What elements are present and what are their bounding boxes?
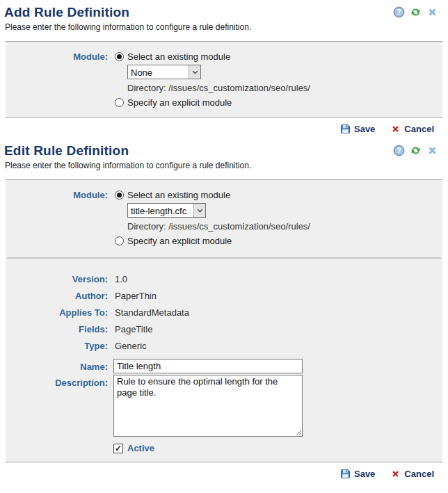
active-option[interactable]: Active (111, 443, 154, 453)
page-subtitle: Please enter the following information t… (5, 22, 442, 32)
description-label: Description: (6, 375, 111, 389)
save-label: Save (354, 469, 375, 479)
save-button[interactable]: Save (340, 124, 375, 134)
specify-explicit-module-option[interactable]: Specify an explicit module (115, 97, 310, 108)
cancel-label: Cancel (404, 124, 434, 134)
page-title: Edit Rule Definition (4, 143, 442, 159)
close-icon[interactable] (426, 145, 438, 156)
specify-explicit-radio[interactable] (115, 236, 124, 245)
directory-text: Directory: /issues/cs_customization/seo/… (127, 81, 310, 94)
active-label: Active (127, 443, 154, 453)
help-icon[interactable] (393, 145, 405, 156)
detail-label: Author: (6, 290, 111, 302)
save-label: Save (354, 124, 375, 134)
description-row: Description: Rule to ensure the optimal … (6, 375, 442, 437)
edit-section-header: Edit Rule Definition Please enter the fo… (0, 138, 448, 170)
detail-value: PageTitle (111, 323, 152, 335)
detail-value: Generic (111, 340, 147, 352)
page-subtitle: Please enter the following information t… (5, 161, 442, 170)
add-section-header: Add Rule Definition Please enter the fol… (0, 0, 448, 32)
cancel-x-icon (390, 469, 401, 479)
add-module-panel: Module: Select an existing module None D… (6, 41, 442, 118)
detail-value: PaperThin (111, 290, 157, 302)
active-checkbox[interactable] (113, 444, 123, 453)
chevron-down-icon[interactable] (189, 65, 200, 79)
module-dropdown[interactable]: None (127, 65, 201, 79)
select-existing-radio[interactable] (115, 191, 124, 200)
help-icon[interactable] (393, 6, 405, 18)
edit-form-panel: Module: Select an existing module title-… (6, 179, 442, 462)
module-dropdown-value: title-length.cfc (128, 204, 193, 217)
cancel-x-icon (390, 124, 401, 134)
save-icon (340, 469, 351, 479)
cancel-label: Cancel (404, 469, 434, 479)
select-existing-label: Select an existing module (127, 51, 230, 63)
detail-value: StandardMetadata (111, 307, 189, 318)
module-label: Module: (6, 51, 111, 63)
select-existing-module-option[interactable]: Select an existing module (115, 189, 310, 201)
close-icon[interactable] (426, 6, 438, 18)
module-options: Select an existing module None Directory… (111, 51, 310, 108)
edit-module-row: Module: Select an existing module title-… (6, 189, 442, 247)
save-icon (340, 124, 351, 134)
module-dropdown-value: None (128, 65, 189, 79)
select-existing-radio[interactable] (115, 52, 124, 61)
add-actions: Save Cancel (0, 118, 448, 137)
detail-row-author: Author: PaperThin (6, 290, 442, 302)
specify-explicit-radio[interactable] (115, 98, 124, 107)
add-rule-section: Add Rule Definition Please enter the fol… (0, 0, 448, 137)
detail-value: 1.0 (111, 273, 127, 285)
detail-label: Version: (6, 273, 111, 285)
add-header-icons (393, 6, 438, 18)
name-label: Name: (6, 359, 111, 373)
specify-explicit-module-option[interactable]: Specify an explicit module (115, 235, 310, 247)
module-options: Select an existing module title-length.c… (111, 189, 310, 247)
page-title: Add Rule Definition (4, 5, 442, 20)
edit-rule-section: Edit Rule Definition Please enter the fo… (0, 138, 448, 482)
rule-definition-page: Add Rule Definition Please enter the fol… (0, 0, 448, 482)
add-module-row: Module: Select an existing module None D… (6, 51, 442, 108)
name-row: Name: (6, 359, 442, 373)
directory-text: Directory: /issues/cs_customization/seo/… (127, 220, 310, 232)
detail-label: Fields: (6, 323, 111, 335)
detail-label: Applies To: (6, 307, 111, 318)
detail-row-applies-to: Applies To: StandardMetadata (6, 307, 442, 318)
detail-row-type: Type: Generic (6, 340, 442, 352)
module-dropdown[interactable]: title-length.cfc (127, 203, 206, 218)
edit-actions: Save Cancel (0, 462, 448, 482)
module-label: Module: (6, 189, 111, 201)
save-button[interactable]: Save (340, 469, 375, 479)
panel-divider (7, 257, 441, 259)
specify-explicit-label: Specify an explicit module (127, 97, 232, 108)
name-field[interactable] (113, 359, 303, 373)
refresh-icon[interactable] (410, 145, 422, 156)
edit-header-icons (393, 145, 438, 156)
detail-row-fields: Fields: PageTitle (6, 323, 442, 335)
select-existing-module-option[interactable]: Select an existing module (115, 51, 310, 63)
active-row: Active (6, 443, 442, 453)
specify-explicit-label: Specify an explicit module (127, 235, 232, 247)
detail-label: Type: (6, 340, 111, 352)
refresh-icon[interactable] (410, 6, 422, 18)
chevron-down-icon[interactable] (193, 204, 205, 217)
detail-row-version: Version: 1.0 (6, 273, 442, 285)
description-field[interactable]: Rule to ensure the optimal length for th… (113, 375, 303, 437)
select-existing-label: Select an existing module (127, 189, 230, 201)
cancel-button[interactable]: Cancel (390, 124, 434, 134)
cancel-button[interactable]: Cancel (390, 469, 434, 479)
